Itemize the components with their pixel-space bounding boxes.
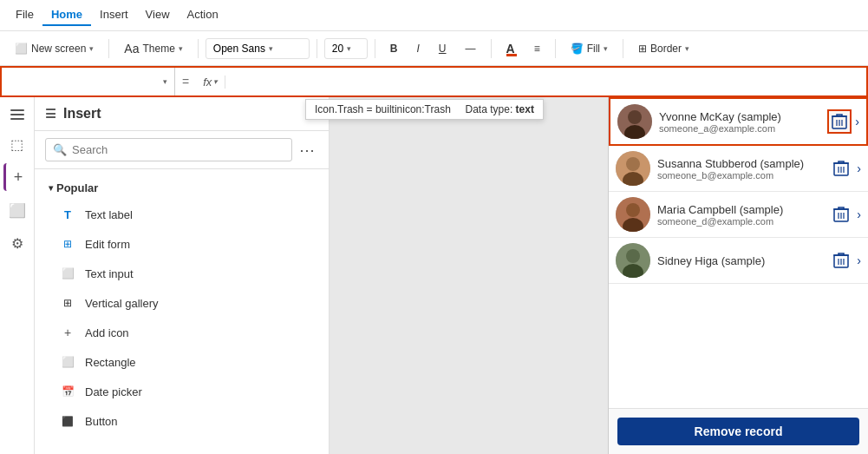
underline-icon: U <box>439 43 447 55</box>
vertical-gallery-icon: ⊞ <box>59 294 76 312</box>
insert-hamburger-icon: ☰ <box>45 107 56 121</box>
contact-name-3: Sidney Higa (sample) <box>657 254 822 267</box>
italic-button[interactable]: I <box>409 38 427 59</box>
tooltip-data-type-value: text <box>516 103 534 115</box>
text-input-text: Text input <box>85 267 134 280</box>
insert-item-date-picker[interactable]: 📅 Date picker <box>35 377 329 406</box>
bottom-bar: Remove record <box>609 408 868 454</box>
new-screen-chevron: ▾ <box>89 44 94 53</box>
formula-name-input[interactable]: Icon <box>9 76 160 89</box>
formula-bar: Icon ▾ = fx ▾ Icon.Trash Icon.Trash = bu… <box>0 66 868 97</box>
contact-email-2: someone_d@example.com <box>657 216 822 227</box>
search-box[interactable]: 🔍 <box>45 138 292 161</box>
contact-name-2: Maria Campbell (sample) <box>657 203 822 216</box>
insert-item-text-input[interactable]: ⬜ Text input <box>35 259 329 288</box>
align-icon: ≡ <box>534 43 540 55</box>
formula-name-box: Icon ▾ <box>2 68 175 95</box>
font-color-icon: A <box>506 42 515 56</box>
text-input-icon: ⬜ <box>59 265 76 282</box>
text-label-icon: T <box>59 206 76 223</box>
rectangle-icon: ⬜ <box>59 353 76 371</box>
trash-button-2[interactable] <box>829 202 853 227</box>
menu-view[interactable]: View <box>137 4 179 26</box>
insert-item-button[interactable]: ⬛ Button <box>35 406 329 436</box>
font-color-button[interactable]: A <box>499 37 523 60</box>
contact-chevron-1[interactable]: › <box>857 161 861 175</box>
contact-chevron-3[interactable]: › <box>857 253 861 267</box>
contact-list: Yvonne McKay (sample) someone_a@example.… <box>609 97 868 408</box>
sidebar-icon-layers[interactable]: ⬚ <box>3 130 31 158</box>
insert-panel-header: ☰ Insert × <box>35 97 329 131</box>
text-label-text: Text label <box>85 208 133 221</box>
more-options-icon[interactable]: ⋯ <box>296 139 318 161</box>
trash-button-3[interactable] <box>829 248 853 273</box>
insert-item-rectangle[interactable]: ⬜ Rectangle <box>35 347 329 377</box>
trash-button-0[interactable] <box>827 109 852 134</box>
contact-email-1: someone_b@example.com <box>657 170 822 181</box>
contact-chevron-2[interactable]: › <box>857 207 861 221</box>
menu-action[interactable]: Action <box>179 4 227 26</box>
font-dropdown[interactable]: Open Sans ▾ <box>206 38 310 59</box>
menu-file[interactable]: File <box>7 4 42 26</box>
toolbar-divider-7 <box>623 39 623 58</box>
insert-title-text: Insert <box>63 106 101 122</box>
contact-item-3[interactable]: Sidney Higa (sample) <box>609 238 868 284</box>
formula-input[interactable]: Icon.Trash <box>225 76 866 89</box>
theme-chevron: ▾ <box>179 44 183 53</box>
remove-record-button[interactable]: Remove record <box>617 418 859 445</box>
fill-label: Fill <box>587 43 600 55</box>
fill-chevron: ▾ <box>604 44 608 53</box>
new-screen-button[interactable]: ⬜ New screen ▾ <box>7 38 101 59</box>
insert-item-add-icon[interactable]: + Add icon <box>35 318 329 347</box>
underline-button[interactable]: U <box>431 38 454 59</box>
strikethrough-button[interactable]: — <box>458 38 484 59</box>
category-chevron: ▾ <box>49 183 53 193</box>
fx-chevron: ▾ <box>213 77 218 86</box>
contact-avatar-3 <box>616 243 650 278</box>
contact-actions-2: › <box>829 202 861 227</box>
add-icon-text: Add icon <box>85 326 129 339</box>
insert-panel: ☰ Insert × 🔍 ⋯ ▾ Popular T Text label <box>35 97 330 454</box>
contact-avatar-2 <box>616 197 650 232</box>
sidebar-icon-add[interactable]: + <box>3 163 31 191</box>
fill-button[interactable]: 🪣 Fill ▾ <box>563 38 616 59</box>
toolbar-divider-4 <box>375 39 375 58</box>
popular-category[interactable]: ▾ Popular <box>35 176 329 200</box>
trash-button-1[interactable] <box>829 156 853 181</box>
contact-item-0[interactable]: Yvonne McKay (sample) someone_a@example.… <box>609 97 868 146</box>
main-area: ⬚ + ⬜ ⚙ ☰ Insert × 🔍 ⋯ <box>0 97 868 454</box>
edit-form-icon: ⊞ <box>59 235 76 253</box>
menu-insert[interactable]: Insert <box>91 4 137 26</box>
insert-item-text-label[interactable]: T Text label <box>35 200 329 229</box>
new-screen-label: New screen <box>31 43 86 55</box>
hamburger-menu[interactable] <box>5 104 29 125</box>
theme-button[interactable]: Aa Theme ▾ <box>116 37 190 60</box>
menu-home[interactable]: Home <box>42 4 91 26</box>
toolbar-divider-6 <box>555 39 556 58</box>
sliders-icon: ⚙ <box>11 235 23 252</box>
insert-item-vertical-gallery[interactable]: ⊞ Vertical gallery <box>35 288 329 318</box>
date-picker-icon: 📅 <box>59 383 76 400</box>
font-size-value: 20 <box>332 43 343 55</box>
contact-chevron-0[interactable]: › <box>855 115 859 128</box>
border-button[interactable]: ⊞ Border ▾ <box>630 38 697 59</box>
font-chevron: ▾ <box>269 44 273 53</box>
bold-button[interactable]: B <box>382 38 406 59</box>
vertical-gallery-text: Vertical gallery <box>85 297 159 310</box>
canvas-area: Yvonne McKay (sample) someone_a@example.… <box>330 97 868 454</box>
menubar: File Home Insert View Action <box>0 0 868 31</box>
category-label: Popular <box>56 181 98 194</box>
tooltip-formula: Icon.Trash = builtinicon:Trash <box>315 103 451 115</box>
insert-item-edit-form[interactable]: ⊞ Edit form <box>35 229 329 259</box>
font-size-dropdown[interactable]: 20 ▾ <box>324 38 368 59</box>
svg-point-25 <box>626 249 640 263</box>
search-input[interactable] <box>72 143 284 156</box>
toolbar-divider-3 <box>317 39 317 58</box>
contact-info-1: Susanna Stubberod (sample) someone_b@exa… <box>657 157 822 181</box>
contact-item-1[interactable]: Susanna Stubberod (sample) someone_b@exa… <box>609 146 868 192</box>
contact-item-2[interactable]: Maria Campbell (sample) someone_d@exampl… <box>609 192 868 238</box>
sidebar-icon-shape[interactable]: ⬜ <box>3 196 31 224</box>
sidebar-icon-controls[interactable]: ⚙ <box>3 229 31 257</box>
align-button[interactable]: ≡ <box>526 38 548 59</box>
contact-avatar-1 <box>616 151 650 186</box>
